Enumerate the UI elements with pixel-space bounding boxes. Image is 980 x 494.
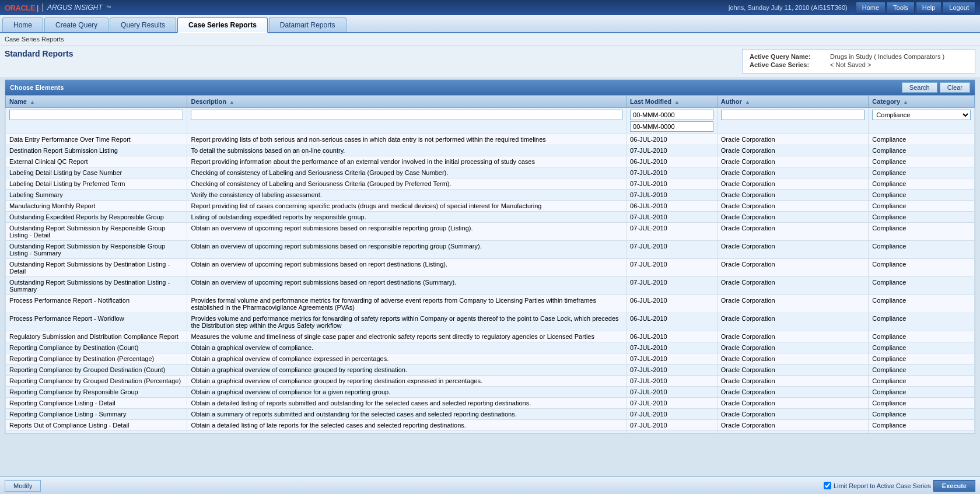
table-row[interactable]: Outstanding Report Submissions by Destin… xyxy=(6,277,975,295)
tab-home[interactable]: Home xyxy=(2,17,43,32)
execute-button[interactable]: Execute xyxy=(933,480,975,492)
cell-last_modified: 07-JUL-2010 xyxy=(626,342,718,353)
table-row[interactable]: External Clinical QC ReportReport provid… xyxy=(6,156,975,167)
user-info: johns, Sunday July 11, 2010 (AI51ST360) xyxy=(729,4,848,11)
search-clear-buttons: Search Clear xyxy=(902,82,970,93)
cell-description: Provides formal volume and performance m… xyxy=(187,295,626,313)
cell-description: Measures the volume and timeliness of si… xyxy=(187,331,626,342)
tab-datamart-reports[interactable]: Datamart Reports xyxy=(269,17,346,32)
cell-author: Oracle Corporation xyxy=(717,365,869,376)
cell-description: Report providing list of cases concernin… xyxy=(187,201,626,212)
filter-author-input[interactable] xyxy=(721,110,865,120)
cell-last_modified: 07-JUL-2010 xyxy=(626,190,718,201)
cell-description: Checking of consistency of Labeling and … xyxy=(187,178,626,190)
cell-name: Labeling Summary xyxy=(6,190,187,201)
table-row[interactable]: Labeling Detail Listing by Preferred Ter… xyxy=(6,178,975,190)
cell-author: Oracle Corporation xyxy=(717,353,869,365)
active-case-series-label: Active Case Series: xyxy=(750,61,825,68)
clear-button[interactable]: Clear xyxy=(940,82,970,93)
table-scroll-area[interactable]: Name ▲ Description ▲ Last Modified ▲ A xyxy=(5,95,975,433)
cell-last_modified: 07-JUL-2010 xyxy=(626,277,718,295)
cell-author: Oracle Corporation xyxy=(717,409,869,420)
table-row[interactable]: Labeling Detail Listing by Case NumberCh… xyxy=(6,167,975,178)
author-sort-icon[interactable]: ▲ xyxy=(745,99,750,105)
cell-name: Outstanding Report Submissions by Destin… xyxy=(6,259,187,277)
table-row[interactable]: Data Entry Performance Over Time ReportR… xyxy=(6,134,975,145)
filter-last-modified-from-input[interactable] xyxy=(630,110,713,120)
table-row[interactable]: Outstanding Expedited Reports by Respons… xyxy=(6,212,975,223)
table-row[interactable]: Process Performance Report - Notificatio… xyxy=(6,295,975,313)
modify-button[interactable]: Modify xyxy=(5,480,41,492)
cell-last_modified: 07-JUL-2010 xyxy=(626,409,718,420)
last-modified-sort-icon[interactable]: ▲ xyxy=(674,99,680,105)
table-row[interactable]: Reporting Compliance by Destination (Cou… xyxy=(6,342,975,353)
page-title-area: Standard Reports Active Query Name: Drug… xyxy=(0,45,980,77)
col-header-last-modified[interactable]: Last Modified ▲ xyxy=(626,96,718,108)
cell-last_modified: 06-JUL-2010 xyxy=(626,295,718,313)
col-header-name[interactable]: Name ▲ xyxy=(6,96,187,108)
table-row[interactable]: Manufacturing Monthly ReportReport provi… xyxy=(6,201,975,212)
cell-author: Oracle Corporation xyxy=(717,241,869,259)
cell-last_modified: 06-JUL-2010 xyxy=(626,313,718,331)
cell-name: Reports Out of Compliance Listing - Deta… xyxy=(6,420,187,431)
limit-checkbox-area: Limit Report to Active Case Series Execu… xyxy=(824,480,975,492)
table-row[interactable]: Reporting Compliance by Grouped Destinat… xyxy=(6,365,975,376)
cell-author: Oracle Corporation xyxy=(717,167,869,178)
cell-last_modified: 07-JUL-2010 xyxy=(626,353,718,365)
page-title: Standard Reports xyxy=(5,49,73,58)
table-row[interactable]: Outstanding Report Submission by Respons… xyxy=(6,241,975,259)
table-row[interactable]: Reporting Compliance by Destination (Per… xyxy=(6,353,975,365)
limit-checkbox[interactable] xyxy=(824,482,831,489)
cell-name: Process Performance Report - Workflow xyxy=(6,313,187,331)
cell-last_modified: 07-JUL-2010 xyxy=(626,259,718,277)
cell-author: Oracle Corporation xyxy=(717,431,869,434)
table-row[interactable]: Destination Report Submission ListingTo … xyxy=(6,145,975,156)
active-query-box: Active Query Name: Drugs in Study ( Incl… xyxy=(742,49,975,73)
cell-name: Reporting Compliance Listing - Detail xyxy=(6,398,187,409)
table-row[interactable]: Reports Out of Compliance Listing - Summ… xyxy=(6,431,975,434)
table-row[interactable]: Regulatory Submission and Distribution C… xyxy=(6,331,975,342)
help-top-button[interactable]: Help xyxy=(916,2,942,13)
table-row[interactable]: Outstanding Report Submissions by Destin… xyxy=(6,259,975,277)
tab-query-results[interactable]: Query Results xyxy=(110,17,176,32)
cell-last_modified: 07-JUL-2010 xyxy=(626,398,718,409)
col-header-description[interactable]: Description ▲ xyxy=(187,96,626,108)
search-button[interactable]: Search xyxy=(902,82,937,93)
table-row[interactable]: Reporting Compliance by Grouped Destinat… xyxy=(6,376,975,387)
table-row[interactable]: Reporting Compliance by Responsible Grou… xyxy=(6,387,975,398)
table-row[interactable]: Outstanding Report Submission by Respons… xyxy=(6,223,975,241)
cell-category: Compliance xyxy=(869,295,975,313)
cell-last_modified: 07-JUL-2010 xyxy=(626,167,718,178)
table-row[interactable]: Reports Out of Compliance Listing - Deta… xyxy=(6,420,975,431)
filter-name-input[interactable] xyxy=(9,110,183,120)
cell-category: Compliance xyxy=(869,223,975,241)
col-header-author[interactable]: Author ▲ xyxy=(717,96,869,108)
description-sort-icon[interactable]: ▲ xyxy=(229,99,235,105)
table-row[interactable]: Reporting Compliance Listing - DetailObt… xyxy=(6,398,975,409)
home-top-button[interactable]: Home xyxy=(856,2,886,13)
cell-last_modified: 06-JUL-2010 xyxy=(626,331,718,342)
tab-create-query[interactable]: Create Query xyxy=(44,17,108,32)
table-row[interactable]: Reporting Compliance Listing - SummaryOb… xyxy=(6,409,975,420)
col-header-category[interactable]: Category ▲ xyxy=(869,96,975,108)
name-sort-icon[interactable]: ▲ xyxy=(30,99,35,105)
cell-description: Obtain an overview of upcoming report su… xyxy=(187,241,626,259)
cell-author: Oracle Corporation xyxy=(717,134,869,145)
cell-name: Outstanding Report Submission by Respons… xyxy=(6,223,187,241)
filter-category-select[interactable]: Compliance General Management xyxy=(872,110,971,120)
category-sort-icon[interactable]: ▲ xyxy=(903,99,908,105)
cell-last_modified: 07-JUL-2010 xyxy=(626,241,718,259)
tab-case-series-reports[interactable]: Case Series Reports xyxy=(177,17,268,33)
logout-top-button[interactable]: Logout xyxy=(943,2,975,13)
table-row[interactable]: Process Performance Report - WorkflowPro… xyxy=(6,313,975,331)
tools-top-button[interactable]: Tools xyxy=(887,2,915,13)
top-right-area: johns, Sunday July 11, 2010 (AI51ST360) … xyxy=(729,2,975,13)
filter-description-input[interactable] xyxy=(191,110,622,120)
cell-author: Oracle Corporation xyxy=(717,259,869,277)
cell-name: Reporting Compliance by Destination (Per… xyxy=(6,353,187,365)
cell-last_modified: 07-JUL-2010 xyxy=(626,365,718,376)
cell-category: Compliance xyxy=(869,420,975,431)
cell-last_modified: 07-JUL-2010 xyxy=(626,431,718,434)
table-row[interactable]: Labeling SummaryVerify the consistency o… xyxy=(6,190,975,201)
filter-last-modified-to-input[interactable] xyxy=(630,121,713,132)
